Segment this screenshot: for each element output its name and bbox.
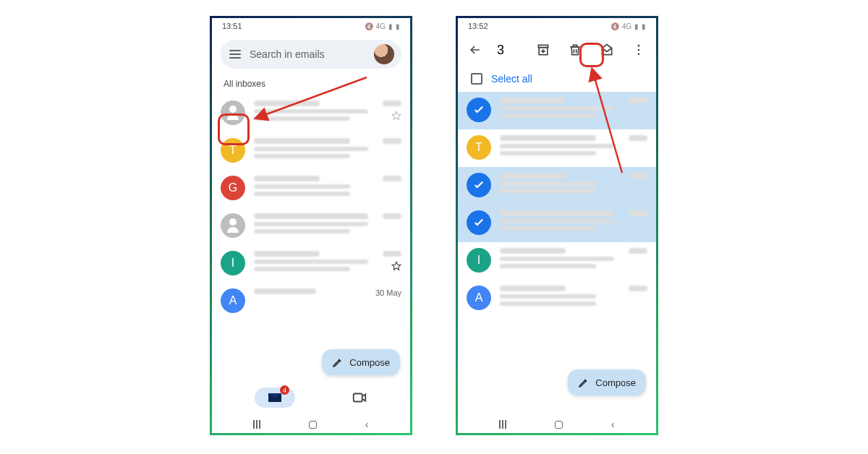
recents-button[interactable] <box>253 420 260 429</box>
compose-label: Compose <box>595 377 636 388</box>
selected-check[interactable] <box>467 210 491 235</box>
selection-header: 3 <box>458 34 656 66</box>
status-bar: 13:52 🔇 4G ▮ ▮ <box>458 18 656 34</box>
signal-icon: ▮ <box>388 22 393 30</box>
vibrate-icon: 🔇 <box>365 22 373 30</box>
email-list: T I A <box>458 92 656 317</box>
person-icon <box>226 218 240 233</box>
sender-avatar[interactable]: G <box>221 176 245 200</box>
email-row[interactable]: T <box>212 132 410 170</box>
svg-marker-0 <box>392 111 401 119</box>
mark-read-button[interactable] <box>597 40 617 60</box>
meet-icon[interactable] <box>352 390 367 406</box>
selection-count: 3 <box>497 43 504 58</box>
select-all-row[interactable]: Select all <box>458 66 656 92</box>
battery-icon: ▮ <box>642 22 646 30</box>
battery-icon: ▮ <box>396 22 400 30</box>
selected-check[interactable] <box>467 173 491 197</box>
menu-icon[interactable] <box>229 50 241 59</box>
svg-rect-2 <box>354 394 362 402</box>
trash-icon <box>568 43 582 57</box>
home-button[interactable] <box>309 421 317 429</box>
compose-button[interactable]: Compose <box>568 369 646 395</box>
select-all-label: Select all <box>491 73 532 85</box>
phone-left: 13:51 🔇 4G ▮ ▮ Search in emails All inbo… <box>210 16 412 435</box>
svg-point-8 <box>638 53 640 56</box>
select-all-checkbox[interactable] <box>471 73 482 85</box>
email-row[interactable]: I <box>212 245 410 283</box>
status-time: 13:51 <box>222 22 242 30</box>
compose-label: Compose <box>349 357 390 368</box>
email-row[interactable]: G <box>212 170 410 207</box>
check-icon <box>472 216 485 229</box>
unread-badge: 4 <box>280 385 289 395</box>
search-placeholder: Search in emails <box>250 48 325 60</box>
star-icon[interactable] <box>391 261 401 271</box>
selected-check[interactable] <box>467 98 491 122</box>
email-row[interactable]: A <box>458 280 656 317</box>
status-time: 13:52 <box>468 22 488 30</box>
overflow-button[interactable] <box>629 40 649 60</box>
email-row[interactable] <box>458 92 656 129</box>
search-bar[interactable]: Search in emails <box>221 40 401 69</box>
section-all-inboxes: All inboxes <box>212 74 410 95</box>
star-icon[interactable] <box>391 111 401 121</box>
email-row[interactable]: A 30 May <box>212 283 410 320</box>
envelope-open-icon <box>600 43 614 57</box>
sender-avatar[interactable] <box>221 100 245 125</box>
home-button[interactable] <box>555 421 563 429</box>
more-icon <box>631 43 646 57</box>
sender-avatar[interactable]: I <box>221 251 245 275</box>
email-list: T G I A 30 May <box>212 95 410 320</box>
status-bar: 13:51 🔇 4G ▮ ▮ <box>212 18 410 34</box>
email-row[interactable] <box>458 205 656 242</box>
email-preview <box>254 100 374 121</box>
svg-point-6 <box>638 45 640 47</box>
compose-button[interactable]: Compose <box>322 349 400 375</box>
network-label: 4G <box>376 22 386 30</box>
email-row[interactable] <box>212 95 410 132</box>
signal-icon: ▮ <box>634 22 639 30</box>
sender-avatar[interactable]: I <box>467 248 491 273</box>
back-button[interactable]: ‹ <box>611 419 615 430</box>
check-icon <box>472 179 485 192</box>
mail-icon <box>268 393 281 402</box>
phone-right: 13:52 🔇 4G ▮ ▮ 3 Select all <box>456 16 658 435</box>
sender-avatar[interactable]: A <box>467 286 491 310</box>
back-button[interactable]: ‹ <box>365 419 369 430</box>
os-nav: ‹ <box>458 419 656 430</box>
email-row[interactable] <box>458 167 656 205</box>
sender-avatar[interactable] <box>221 213 245 238</box>
status-icons: 🔇 4G ▮ ▮ <box>365 22 400 30</box>
check-icon <box>472 103 485 116</box>
vibrate-icon: 🔇 <box>610 22 619 30</box>
email-row[interactable]: T <box>458 129 656 167</box>
email-row[interactable] <box>212 207 410 245</box>
pencil-icon <box>578 377 590 388</box>
back-button[interactable] <box>465 40 485 60</box>
status-icons: 🔇 4G ▮ ▮ <box>610 22 646 30</box>
archive-button[interactable] <box>533 40 553 60</box>
tab-mail[interactable]: 4 <box>255 387 295 408</box>
recents-button[interactable] <box>499 420 506 429</box>
network-label: 4G <box>622 22 631 30</box>
pencil-icon <box>332 356 344 368</box>
profile-avatar[interactable] <box>374 44 394 64</box>
delete-button[interactable] <box>565 40 585 60</box>
email-row[interactable]: I <box>458 242 656 280</box>
sender-avatar[interactable]: T <box>467 135 491 160</box>
svg-marker-1 <box>392 262 401 270</box>
bottom-nav: 4 <box>212 381 410 414</box>
os-nav: ‹ <box>212 419 410 430</box>
sender-avatar[interactable]: A <box>221 288 245 313</box>
person-icon <box>226 106 240 120</box>
email-date: 30 May <box>375 288 401 297</box>
sender-avatar[interactable]: T <box>221 138 245 163</box>
svg-point-7 <box>638 49 640 51</box>
